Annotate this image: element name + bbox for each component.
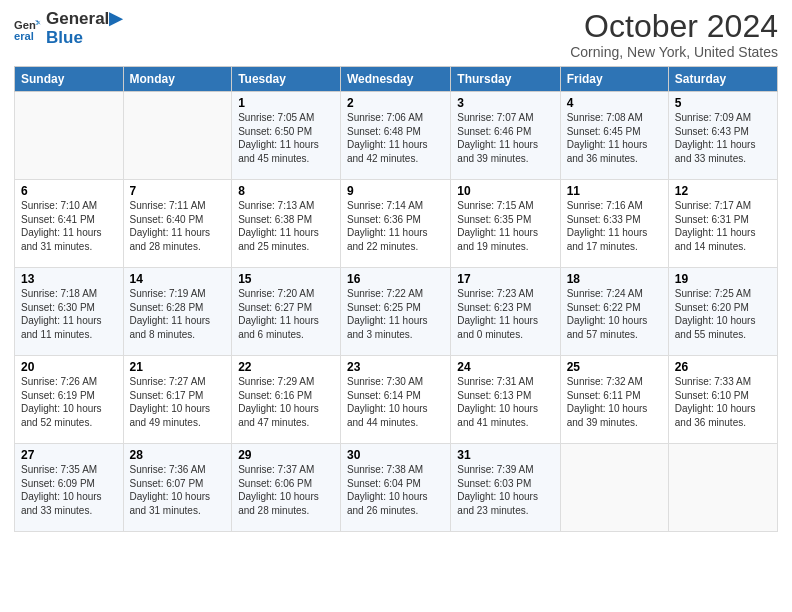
day-number: 23 bbox=[347, 360, 444, 374]
calendar-cell: 14Sunrise: 7:19 AMSunset: 6:28 PMDayligh… bbox=[123, 268, 232, 356]
calendar-cell: 7Sunrise: 7:11 AMSunset: 6:40 PMDaylight… bbox=[123, 180, 232, 268]
day-number: 31 bbox=[457, 448, 553, 462]
calendar-cell: 23Sunrise: 7:30 AMSunset: 6:14 PMDayligh… bbox=[341, 356, 451, 444]
calendar-cell: 8Sunrise: 7:13 AMSunset: 6:38 PMDaylight… bbox=[232, 180, 341, 268]
calendar-cell: 13Sunrise: 7:18 AMSunset: 6:30 PMDayligh… bbox=[15, 268, 124, 356]
calendar-cell bbox=[560, 444, 668, 532]
day-number: 17 bbox=[457, 272, 553, 286]
calendar-cell: 19Sunrise: 7:25 AMSunset: 6:20 PMDayligh… bbox=[668, 268, 777, 356]
svg-text:Gen: Gen bbox=[14, 19, 36, 31]
day-info: Sunrise: 7:38 AMSunset: 6:04 PMDaylight:… bbox=[347, 463, 444, 517]
calendar-cell: 26Sunrise: 7:33 AMSunset: 6:10 PMDayligh… bbox=[668, 356, 777, 444]
day-number: 27 bbox=[21, 448, 117, 462]
day-info: Sunrise: 7:05 AMSunset: 6:50 PMDaylight:… bbox=[238, 111, 334, 165]
day-info: Sunrise: 7:35 AMSunset: 6:09 PMDaylight:… bbox=[21, 463, 117, 517]
day-number: 7 bbox=[130, 184, 226, 198]
day-number: 9 bbox=[347, 184, 444, 198]
day-info: Sunrise: 7:14 AMSunset: 6:36 PMDaylight:… bbox=[347, 199, 444, 253]
day-info: Sunrise: 7:23 AMSunset: 6:23 PMDaylight:… bbox=[457, 287, 553, 341]
header-row: Sunday Monday Tuesday Wednesday Thursday… bbox=[15, 67, 778, 92]
svg-text:eral: eral bbox=[14, 30, 34, 42]
month-title: October 2024 bbox=[570, 10, 778, 42]
day-info: Sunrise: 7:25 AMSunset: 6:20 PMDaylight:… bbox=[675, 287, 771, 341]
calendar-cell: 25Sunrise: 7:32 AMSunset: 6:11 PMDayligh… bbox=[560, 356, 668, 444]
day-number: 11 bbox=[567, 184, 662, 198]
day-info: Sunrise: 7:32 AMSunset: 6:11 PMDaylight:… bbox=[567, 375, 662, 429]
day-info: Sunrise: 7:17 AMSunset: 6:31 PMDaylight:… bbox=[675, 199, 771, 253]
calendar-cell: 15Sunrise: 7:20 AMSunset: 6:27 PMDayligh… bbox=[232, 268, 341, 356]
calendar-cell: 2Sunrise: 7:06 AMSunset: 6:48 PMDaylight… bbox=[341, 92, 451, 180]
day-number: 2 bbox=[347, 96, 444, 110]
location: Corning, New York, United States bbox=[570, 44, 778, 60]
day-number: 28 bbox=[130, 448, 226, 462]
day-number: 25 bbox=[567, 360, 662, 374]
day-info: Sunrise: 7:31 AMSunset: 6:13 PMDaylight:… bbox=[457, 375, 553, 429]
calendar-cell: 21Sunrise: 7:27 AMSunset: 6:17 PMDayligh… bbox=[123, 356, 232, 444]
calendar-cell bbox=[123, 92, 232, 180]
day-number: 26 bbox=[675, 360, 771, 374]
calendar-cell: 4Sunrise: 7:08 AMSunset: 6:45 PMDaylight… bbox=[560, 92, 668, 180]
day-number: 12 bbox=[675, 184, 771, 198]
calendar-cell: 30Sunrise: 7:38 AMSunset: 6:04 PMDayligh… bbox=[341, 444, 451, 532]
calendar-week-3: 13Sunrise: 7:18 AMSunset: 6:30 PMDayligh… bbox=[15, 268, 778, 356]
logo-icon: Gen eral bbox=[14, 15, 42, 43]
calendar-cell: 27Sunrise: 7:35 AMSunset: 6:09 PMDayligh… bbox=[15, 444, 124, 532]
calendar-cell: 16Sunrise: 7:22 AMSunset: 6:25 PMDayligh… bbox=[341, 268, 451, 356]
day-info: Sunrise: 7:33 AMSunset: 6:10 PMDaylight:… bbox=[675, 375, 771, 429]
day-number: 22 bbox=[238, 360, 334, 374]
day-info: Sunrise: 7:16 AMSunset: 6:33 PMDaylight:… bbox=[567, 199, 662, 253]
col-tuesday: Tuesday bbox=[232, 67, 341, 92]
day-number: 6 bbox=[21, 184, 117, 198]
day-number: 8 bbox=[238, 184, 334, 198]
day-number: 30 bbox=[347, 448, 444, 462]
day-info: Sunrise: 7:24 AMSunset: 6:22 PMDaylight:… bbox=[567, 287, 662, 341]
col-wednesday: Wednesday bbox=[341, 67, 451, 92]
day-number: 10 bbox=[457, 184, 553, 198]
calendar-cell: 20Sunrise: 7:26 AMSunset: 6:19 PMDayligh… bbox=[15, 356, 124, 444]
calendar-cell: 12Sunrise: 7:17 AMSunset: 6:31 PMDayligh… bbox=[668, 180, 777, 268]
day-info: Sunrise: 7:29 AMSunset: 6:16 PMDaylight:… bbox=[238, 375, 334, 429]
col-monday: Monday bbox=[123, 67, 232, 92]
col-thursday: Thursday bbox=[451, 67, 560, 92]
day-info: Sunrise: 7:10 AMSunset: 6:41 PMDaylight:… bbox=[21, 199, 117, 253]
calendar-cell: 22Sunrise: 7:29 AMSunset: 6:16 PMDayligh… bbox=[232, 356, 341, 444]
day-info: Sunrise: 7:26 AMSunset: 6:19 PMDaylight:… bbox=[21, 375, 117, 429]
col-friday: Friday bbox=[560, 67, 668, 92]
header: Gen eral General▶ Blue October 2024 Corn… bbox=[14, 10, 778, 60]
day-number: 16 bbox=[347, 272, 444, 286]
day-info: Sunrise: 7:36 AMSunset: 6:07 PMDaylight:… bbox=[130, 463, 226, 517]
day-number: 29 bbox=[238, 448, 334, 462]
logo-text-block: General▶ Blue bbox=[46, 10, 122, 47]
calendar-body: 1Sunrise: 7:05 AMSunset: 6:50 PMDaylight… bbox=[15, 92, 778, 532]
day-number: 5 bbox=[675, 96, 771, 110]
day-info: Sunrise: 7:30 AMSunset: 6:14 PMDaylight:… bbox=[347, 375, 444, 429]
day-number: 3 bbox=[457, 96, 553, 110]
calendar-cell: 6Sunrise: 7:10 AMSunset: 6:41 PMDaylight… bbox=[15, 180, 124, 268]
day-number: 20 bbox=[21, 360, 117, 374]
logo-blue: Blue bbox=[46, 29, 122, 48]
calendar-cell: 1Sunrise: 7:05 AMSunset: 6:50 PMDaylight… bbox=[232, 92, 341, 180]
calendar-table: Sunday Monday Tuesday Wednesday Thursday… bbox=[14, 66, 778, 532]
calendar-cell: 28Sunrise: 7:36 AMSunset: 6:07 PMDayligh… bbox=[123, 444, 232, 532]
calendar-cell: 17Sunrise: 7:23 AMSunset: 6:23 PMDayligh… bbox=[451, 268, 560, 356]
day-info: Sunrise: 7:11 AMSunset: 6:40 PMDaylight:… bbox=[130, 199, 226, 253]
calendar-cell: 10Sunrise: 7:15 AMSunset: 6:35 PMDayligh… bbox=[451, 180, 560, 268]
day-number: 1 bbox=[238, 96, 334, 110]
day-info: Sunrise: 7:15 AMSunset: 6:35 PMDaylight:… bbox=[457, 199, 553, 253]
day-number: 18 bbox=[567, 272, 662, 286]
calendar-cell: 24Sunrise: 7:31 AMSunset: 6:13 PMDayligh… bbox=[451, 356, 560, 444]
day-number: 21 bbox=[130, 360, 226, 374]
calendar-cell: 9Sunrise: 7:14 AMSunset: 6:36 PMDaylight… bbox=[341, 180, 451, 268]
day-number: 15 bbox=[238, 272, 334, 286]
calendar-cell bbox=[668, 444, 777, 532]
day-info: Sunrise: 7:09 AMSunset: 6:43 PMDaylight:… bbox=[675, 111, 771, 165]
day-info: Sunrise: 7:08 AMSunset: 6:45 PMDaylight:… bbox=[567, 111, 662, 165]
calendar-cell bbox=[15, 92, 124, 180]
day-info: Sunrise: 7:06 AMSunset: 6:48 PMDaylight:… bbox=[347, 111, 444, 165]
day-info: Sunrise: 7:19 AMSunset: 6:28 PMDaylight:… bbox=[130, 287, 226, 341]
day-info: Sunrise: 7:37 AMSunset: 6:06 PMDaylight:… bbox=[238, 463, 334, 517]
calendar-cell: 31Sunrise: 7:39 AMSunset: 6:03 PMDayligh… bbox=[451, 444, 560, 532]
calendar-cell: 11Sunrise: 7:16 AMSunset: 6:33 PMDayligh… bbox=[560, 180, 668, 268]
calendar-week-2: 6Sunrise: 7:10 AMSunset: 6:41 PMDaylight… bbox=[15, 180, 778, 268]
logo-general: General▶ bbox=[46, 10, 122, 29]
